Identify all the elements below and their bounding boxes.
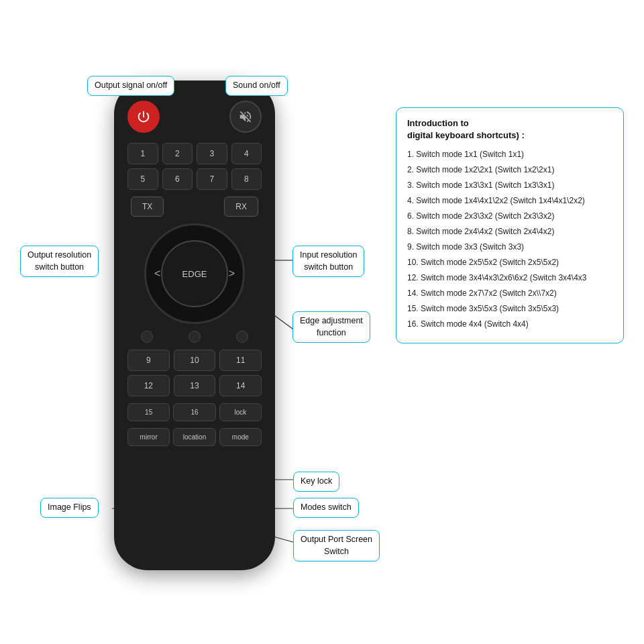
tx-rx-row: TX RX bbox=[127, 197, 262, 217]
callout-box-image-flips: Image Flips bbox=[40, 498, 99, 518]
info-item-9: 12. Switch mode 3x4\4x3\2x6\6x2 (Switch … bbox=[407, 272, 612, 284]
callout-box-output-res: Output resolution switch button bbox=[20, 246, 99, 277]
sound-button[interactable] bbox=[229, 101, 262, 133]
callout-box-modes-switch: Modes switch bbox=[293, 498, 359, 518]
num-btn-5[interactable]: 5 bbox=[127, 168, 158, 190]
callout-edge-adjust: Edge adjustment function bbox=[292, 311, 370, 343]
num-btn-10[interactable]: 10 bbox=[174, 350, 216, 371]
callout-box-input-res: Input resolution switch button bbox=[292, 246, 364, 277]
info-panel: Introduction to digital keyboard shortcu… bbox=[396, 107, 624, 343]
row-mirror-location-mode: mirror location mode bbox=[127, 428, 262, 446]
number-grid-1-8: 1 2 3 4 5 6 7 8 bbox=[127, 143, 262, 190]
num-btn-3[interactable]: 3 bbox=[197, 143, 227, 164]
info-item-4: 4. Switch mode 1x4\4x1\2x2 (Switch 1x4\4… bbox=[407, 195, 612, 207]
info-item-11: 15. Switch mode 3x5\5x3 (Switch 3x5\5x3) bbox=[407, 303, 612, 315]
remote-control: 1 2 3 4 5 6 7 8 TX RX < EDGE > bbox=[114, 80, 275, 570]
callout-key-lock: Key lock bbox=[293, 472, 339, 492]
info-item-6: 8. Switch mode 2x4\4x2 (Switch 2x4\4x2) bbox=[407, 225, 612, 237]
dot-1 bbox=[141, 331, 153, 343]
dot-2 bbox=[189, 331, 201, 343]
num-btn-9[interactable]: 9 bbox=[127, 350, 170, 371]
callout-output-signal: Output signal on/off bbox=[87, 76, 174, 96]
num-btn-1[interactable]: 1 bbox=[127, 143, 158, 164]
power-button[interactable] bbox=[127, 101, 160, 133]
tx-button[interactable]: TX bbox=[131, 197, 164, 217]
location-button[interactable]: location bbox=[173, 428, 215, 446]
dot-3 bbox=[236, 331, 248, 343]
callout-input-res: Input resolution switch button bbox=[292, 246, 364, 277]
info-panel-title: Introduction to digital keyboard shortcu… bbox=[407, 117, 612, 142]
num-btn-4[interactable]: 4 bbox=[231, 143, 262, 164]
num-btn-8[interactable]: 8 bbox=[231, 168, 262, 190]
num-btn-11[interactable]: 11 bbox=[219, 350, 262, 371]
callout-output-res: Output resolution switch button bbox=[20, 246, 99, 277]
info-list: 1. Switch mode 1x1 (Switch 1x1) 2. Switc… bbox=[407, 148, 612, 330]
num-btn-6[interactable]: 6 bbox=[162, 168, 193, 190]
sound-icon bbox=[238, 109, 253, 124]
callout-box-output-signal: Output signal on/off bbox=[87, 76, 174, 96]
main-container: 1 2 3 4 5 6 7 8 TX RX < EDGE > bbox=[0, 0, 644, 644]
power-icon bbox=[136, 109, 151, 124]
num-btn-7[interactable]: 7 bbox=[197, 168, 227, 190]
edge-dial[interactable]: < EDGE > bbox=[144, 223, 245, 324]
callout-box-output-port: Output Port Screen Switch bbox=[293, 530, 380, 561]
lock-button[interactable]: lock bbox=[219, 403, 262, 421]
info-item-7: 9. Switch mode 3x3 (Switch 3x3) bbox=[407, 241, 612, 253]
info-item-12: 16. Switch mode 4x4 (Switch 4x4) bbox=[407, 318, 612, 330]
callout-sound: Sound on/off bbox=[225, 76, 288, 96]
edge-label: EDGE bbox=[182, 269, 207, 279]
callout-output-port: Output Port Screen Switch bbox=[293, 530, 380, 561]
num-btn-2[interactable]: 2 bbox=[162, 143, 193, 164]
num-btn-13[interactable]: 13 bbox=[174, 375, 216, 396]
top-buttons-row bbox=[127, 101, 262, 133]
callout-box-edge-adjust: Edge adjustment function bbox=[292, 311, 370, 343]
mode-button[interactable]: mode bbox=[219, 428, 262, 446]
callout-box-key-lock: Key lock bbox=[293, 472, 339, 492]
num-btn-12[interactable]: 12 bbox=[127, 375, 170, 396]
edge-right-arrow[interactable]: > bbox=[229, 268, 235, 280]
callout-modes-switch: Modes switch bbox=[293, 498, 359, 518]
info-item-3: 3. Switch mode 1x3\3x1 (Switch 1x3\3x1) bbox=[407, 179, 612, 191]
rx-button[interactable]: RX bbox=[224, 197, 258, 217]
decorative-dots bbox=[127, 331, 262, 343]
info-item-10: 14. Switch mode 2x7\7x2 (Switch 2x\\7x2) bbox=[407, 287, 612, 299]
row-15-16-lock: 15 16 lock bbox=[127, 403, 262, 421]
num-btn-14[interactable]: 14 bbox=[219, 375, 262, 396]
num-btn-15[interactable]: 15 bbox=[127, 403, 170, 421]
info-item-8: 10. Switch mode 2x5\5x2 (Switch 2x5\5x2) bbox=[407, 256, 612, 268]
edge-inner-circle: EDGE bbox=[161, 240, 228, 307]
info-item-5: 6. Switch mode 2x3\3x2 (Switch 2x3\3x2) bbox=[407, 210, 612, 222]
number-grid-9-14: 9 10 11 12 13 14 bbox=[127, 350, 262, 396]
edge-left-arrow[interactable]: < bbox=[154, 268, 160, 280]
num-btn-16[interactable]: 16 bbox=[173, 403, 215, 421]
callout-box-sound: Sound on/off bbox=[225, 76, 288, 96]
info-item-1: 1. Switch mode 1x1 (Switch 1x1) bbox=[407, 148, 612, 160]
info-item-2: 2. Switch mode 1x2\2x1 (Switch 1x2\2x1) bbox=[407, 164, 612, 176]
svg-line-4 bbox=[272, 314, 292, 329]
callout-image-flips: Image Flips bbox=[40, 498, 99, 518]
mirror-button[interactable]: mirror bbox=[127, 428, 170, 446]
